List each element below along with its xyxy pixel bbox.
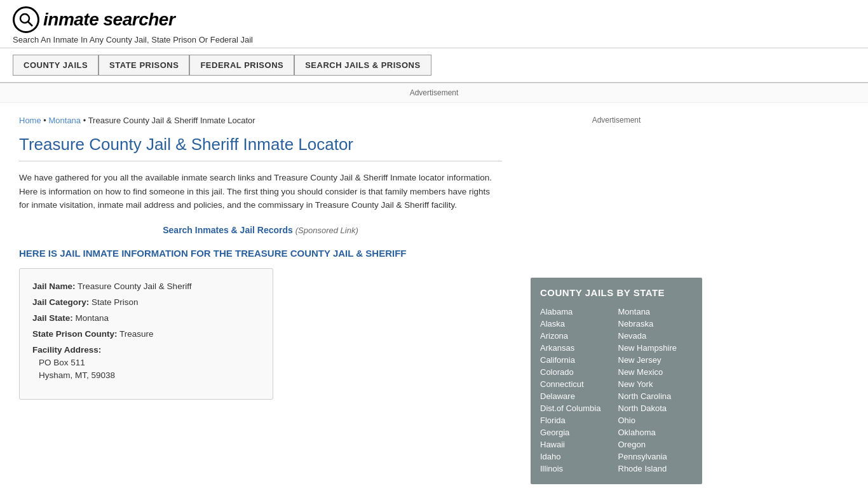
search-jails-prisons-button[interactable]: SEARCH JAILS & PRISONS xyxy=(294,55,431,76)
county-jails-button[interactable]: COUNTY JAILS xyxy=(13,55,98,76)
breadcrumb-current: Treasure County Jail & Sheriff Inmate Lo… xyxy=(88,116,255,125)
county-jails-title: COUNTY JAILS BY STATE xyxy=(540,287,693,298)
state-link[interactable]: Connecticut xyxy=(540,378,615,390)
jail-info-heading: HERE IS JAIL INMATE INFORMATION FOR THE … xyxy=(19,248,502,259)
sponsored-text: (Sponsored Link) xyxy=(295,226,358,235)
state-link[interactable]: Idaho xyxy=(540,451,615,463)
federal-prisons-button[interactable]: FEDERAL PRISONS xyxy=(189,55,294,76)
svg-point-0 xyxy=(20,14,29,23)
state-link[interactable]: California xyxy=(540,354,615,366)
county-jails-box: COUNTY JAILS BY STATE AlabamaAlaskaArizo… xyxy=(531,278,702,484)
sidebar-ad: Advertisement xyxy=(531,109,702,268)
address-line1: PO Box 511 xyxy=(32,358,260,367)
state-link[interactable]: Montana xyxy=(618,306,693,318)
state-link[interactable]: Nebraska xyxy=(618,318,693,330)
state-link[interactable]: Rhode Island xyxy=(618,463,693,475)
sidebar: Advertisement COUNTY JAILS BY STATE Alab… xyxy=(521,103,712,488)
jail-state-row: Jail State: Montana xyxy=(32,313,260,323)
state-link[interactable]: Oklahoma xyxy=(618,426,693,438)
facility-address-label: Facility Address: xyxy=(32,345,260,355)
jail-name-label: Jail Name: xyxy=(32,281,76,291)
svg-line-1 xyxy=(28,22,32,26)
header: inmate searcher Search An Inmate In Any … xyxy=(0,0,868,48)
state-link[interactable]: Dist.of Columbia xyxy=(540,402,615,414)
state-link[interactable]: Delaware xyxy=(540,390,615,402)
facility-address-row: Facility Address: PO Box 511 Hysham, MT,… xyxy=(32,345,260,380)
jail-category-label: Jail Category: xyxy=(32,297,89,307)
state-link[interactable]: Colorado xyxy=(540,366,615,378)
main-layout: Home • Montana • Treasure County Jail & … xyxy=(0,103,868,488)
jail-detail-box: Jail Name: Treasure County Jail & Sherif… xyxy=(19,268,273,400)
state-link[interactable]: Georgia xyxy=(540,426,615,438)
state-link[interactable]: Ohio xyxy=(618,414,693,426)
state-link[interactable]: North Dakota xyxy=(618,402,693,414)
breadcrumb-state[interactable]: Montana xyxy=(48,116,81,125)
state-link[interactable]: New Jersey xyxy=(618,354,693,366)
state-prisons-button[interactable]: STATE PRISONS xyxy=(98,55,189,76)
search-inmates-link[interactable]: Search Inmates & Jail Records xyxy=(163,225,293,235)
state-link[interactable]: North Carolina xyxy=(618,390,693,402)
jail-state-value: Montana xyxy=(76,313,109,323)
breadcrumb-sep2: • xyxy=(83,116,88,125)
state-link[interactable]: New Hampshire xyxy=(618,342,693,354)
state-link[interactable]: Pennsylvania xyxy=(618,451,693,463)
state-link[interactable]: Arkansas xyxy=(540,342,615,354)
state-link[interactable]: Alabama xyxy=(540,306,615,318)
jail-name-row: Jail Name: Treasure County Jail & Sherif… xyxy=(32,281,260,291)
content: Home • Montana • Treasure County Jail & … xyxy=(0,103,521,488)
state-link[interactable]: Alaska xyxy=(540,318,615,330)
nav: COUNTY JAILS STATE PRISONS FEDERAL PRISO… xyxy=(0,48,868,83)
state-link[interactable]: New Mexico xyxy=(618,366,693,378)
states-col2: MontanaNebraskaNevadaNew HampshireNew Je… xyxy=(618,306,693,475)
breadcrumb-home[interactable]: Home xyxy=(19,116,41,125)
ad-bar: Advertisement xyxy=(0,83,868,103)
state-link[interactable]: Arizona xyxy=(540,330,615,342)
logo-area: inmate searcher xyxy=(13,6,855,33)
tagline: Search An Inmate In Any County Jail, Sta… xyxy=(13,35,855,44)
nav-buttons: COUNTY JAILS STATE PRISONS FEDERAL PRISO… xyxy=(13,55,855,76)
jail-category-value: State Prison xyxy=(92,297,139,307)
search-link-area: Search Inmates & Jail Records (Sponsored… xyxy=(19,225,502,235)
state-link[interactable]: Florida xyxy=(540,414,615,426)
ad-label: Advertisement xyxy=(410,88,459,97)
jail-state-label: Jail State: xyxy=(32,313,73,323)
state-link[interactable]: Nevada xyxy=(618,330,693,342)
state-link[interactable]: Hawaii xyxy=(540,438,615,451)
jail-name-value: Treasure County Jail & Sheriff xyxy=(78,281,191,291)
state-prison-county-label: State Prison County: xyxy=(32,329,118,339)
address-line2: Hysham, MT, 59038 xyxy=(32,370,260,380)
intro-text: We have gathered for you all the availab… xyxy=(19,171,502,212)
states-col1: AlabamaAlaskaArizonaArkansasCaliforniaCo… xyxy=(540,306,615,475)
state-prison-county-row: State Prison County: Treasure xyxy=(32,329,260,339)
states-grid: AlabamaAlaskaArizonaArkansasCaliforniaCo… xyxy=(540,306,693,475)
state-link[interactable]: Illinois xyxy=(540,463,615,475)
state-link[interactable]: New York xyxy=(618,378,693,390)
sidebar-ad-label: Advertisement xyxy=(592,116,641,125)
page-title: Treasure County Jail & Sheriff Inmate Lo… xyxy=(19,135,502,161)
breadcrumb: Home • Montana • Treasure County Jail & … xyxy=(19,116,502,125)
state-prison-county-value: Treasure xyxy=(119,329,154,339)
state-link[interactable]: Oregon xyxy=(618,438,693,451)
jail-category-row: Jail Category: State Prison xyxy=(32,297,260,307)
